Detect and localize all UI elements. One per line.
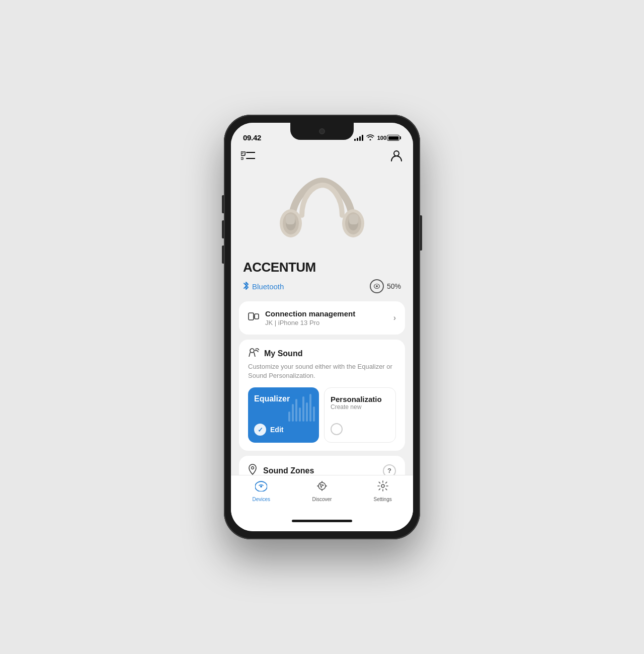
personalization-label: Personalizatio xyxy=(331,395,389,403)
chevron-right-icon: › xyxy=(393,313,396,322)
svg-point-18 xyxy=(250,349,254,353)
headphone-battery-icon xyxy=(370,279,384,293)
device-connection: Bluetooth 50% xyxy=(243,279,401,293)
discover-icon xyxy=(316,480,328,495)
personalization-option[interactable]: Personalizatio Create new xyxy=(324,387,396,443)
settings-icon xyxy=(377,480,388,495)
home-indicator xyxy=(292,520,352,522)
status-time: 09.42 xyxy=(243,133,261,142)
sound-title: My Sound xyxy=(264,349,302,358)
my-sound-card: My Sound Customize your sound either wit… xyxy=(239,340,405,451)
wifi-icon xyxy=(366,134,374,142)
svg-rect-16 xyxy=(255,314,259,319)
svg-point-5 xyxy=(394,151,399,156)
device-name: ACCENTUM xyxy=(243,260,316,275)
app-header xyxy=(231,145,413,171)
svg-point-20 xyxy=(260,485,262,487)
connection-icon xyxy=(248,311,259,325)
svg-rect-15 xyxy=(249,313,254,320)
discover-label: Discover xyxy=(312,497,332,502)
svg-rect-12 xyxy=(286,214,295,224)
sound-zones-inner: Sound Zones ? xyxy=(248,464,396,475)
nav-discover[interactable]: Discover xyxy=(304,480,340,502)
nav-devices[interactable]: Devices xyxy=(244,480,279,502)
device-hero: ACCENTUM Bluetooth xyxy=(231,171,413,301)
sound-description: Customize your sound either with the Equ… xyxy=(248,362,396,380)
settings-label: Settings xyxy=(374,497,392,502)
equalizer-edit-label: Edit xyxy=(270,426,283,434)
battery-label: 100 xyxy=(377,135,386,141)
sound-zones-left: Sound Zones xyxy=(248,464,314,475)
svg-point-22 xyxy=(381,484,384,487)
phone-frame: 09.42 100 xyxy=(224,115,420,539)
notch xyxy=(290,123,354,140)
bluetooth-label[interactable]: Bluetooth xyxy=(243,281,284,292)
devices-label: Devices xyxy=(253,497,271,502)
content-area: ACCENTUM Bluetooth xyxy=(231,171,413,475)
connection-management-card[interactable]: Connection management JK | iPhone 13 Pro… xyxy=(239,301,405,335)
sound-zones-card[interactable]: Sound Zones ? xyxy=(239,456,405,475)
devices-icon xyxy=(255,480,267,495)
headphones-image xyxy=(243,171,401,252)
nav-settings[interactable]: Settings xyxy=(365,480,400,502)
bottom-nav: Devices Discover xyxy=(231,475,413,517)
sound-zones-title: Sound Zones xyxy=(263,466,314,475)
battery-status: 50% xyxy=(370,279,401,293)
svg-rect-13 xyxy=(349,214,358,224)
sound-icon xyxy=(248,348,259,359)
personalization-radio[interactable] xyxy=(331,423,343,435)
battery-icon: 100 xyxy=(377,135,401,141)
svg-rect-3 xyxy=(241,157,243,159)
help-icon[interactable]: ? xyxy=(383,464,396,475)
equalizer-bottom: ✓ Edit xyxy=(254,424,313,436)
signal-icon xyxy=(354,135,363,141)
sound-options: Equalizer xyxy=(248,387,396,443)
status-icons: 100 xyxy=(354,134,401,142)
svg-point-14 xyxy=(376,285,378,287)
menu-icon[interactable] xyxy=(241,151,255,162)
equalizer-option[interactable]: Equalizer xyxy=(248,387,319,443)
home-indicator-area xyxy=(231,517,413,531)
profile-icon[interactable] xyxy=(390,149,403,165)
cards-container: Connection management JK | iPhone 13 Pro… xyxy=(231,301,413,475)
location-icon xyxy=(248,464,257,475)
personalization-subtitle: Create new xyxy=(331,403,389,411)
bluetooth-icon xyxy=(243,281,249,292)
svg-point-19 xyxy=(252,467,254,469)
equalizer-check-icon: ✓ xyxy=(254,424,266,436)
sound-card-header: My Sound xyxy=(248,348,396,359)
phone-screen: 09.42 100 xyxy=(231,123,413,531)
connection-card-left: Connection management JK | iPhone 13 Pro xyxy=(248,309,355,326)
connection-info: Connection management JK | iPhone 13 Pro xyxy=(265,309,355,326)
front-camera xyxy=(319,128,325,134)
